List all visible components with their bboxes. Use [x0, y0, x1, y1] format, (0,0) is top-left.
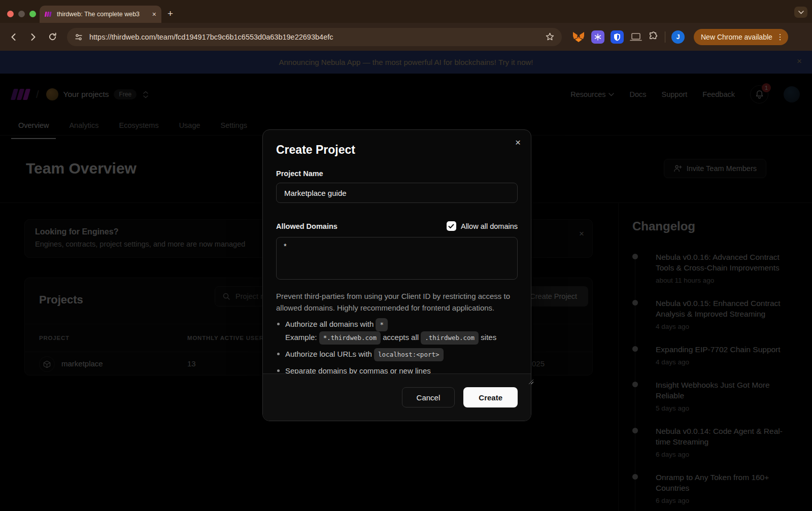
changelog-item-title[interactable]: Nebula v0.0.15: Enhanced Contract Analys… [656, 298, 785, 319]
announcement-text[interactable]: Announcing Nebula App — the most powerfu… [279, 58, 533, 66]
banner-close-icon[interactable]: × [797, 56, 802, 66]
project-name-label: Project Name [276, 169, 518, 178]
modal-title: Create Project [276, 143, 518, 157]
chrome-update-button[interactable]: New Chrome available ⋮ [694, 29, 788, 45]
allowed-domains-row: Allowed Domains Allow all domains [276, 221, 518, 231]
modal-body: Create Project Project Name Allowed Doma… [263, 130, 531, 377]
allow-all-checkbox-checked[interactable] [447, 221, 456, 231]
changelog-item-title[interactable]: Nebula v0.0.14: Code Agent & Real-time S… [656, 426, 785, 447]
zoom-window-button[interactable] [29, 11, 36, 17]
changelog-item-time: 6 days ago [656, 497, 802, 504]
tab-close-icon[interactable]: × [152, 11, 156, 18]
changelog-item-title[interactable]: Onramp to Any Token from 160+ Countries [656, 472, 785, 493]
hint-text: Authorize all domains with [285, 320, 374, 328]
project-name-cell[interactable]: marketplace [61, 359, 103, 368]
nav-resources[interactable]: Resources [570, 90, 614, 98]
breadcrumb-slash: / [36, 89, 39, 100]
browser-tab[interactable]: thirdweb: The complete web3 × [40, 6, 161, 23]
team-switcher-icon[interactable] [143, 91, 149, 98]
changelog-item-title[interactable]: Insight Webhooks Just Got More Reliable [656, 380, 785, 401]
create-button[interactable]: Create [463, 387, 518, 407]
tab-settings[interactable]: Settings [213, 117, 255, 134]
changelog-item-time: 6 days ago [656, 451, 802, 458]
changelog-item-title[interactable]: Expanding EIP-7702 Chain Support [656, 344, 785, 355]
hint-authorize-all: Authorize all domains with * Example: *.… [276, 318, 518, 345]
url-bar[interactable]: https://thirdweb.com/team/fcd194917bc9c6… [67, 28, 562, 46]
create-project-dialog: × Create Project Project Name Allowed Do… [262, 129, 531, 421]
snowflake-extension-icon[interactable] [591, 30, 604, 44]
nav-resources-label: Resources [570, 90, 605, 98]
extensions-puzzle-icon[interactable] [648, 31, 659, 42]
hint-text: accepts all [383, 333, 419, 342]
browser-profile-avatar[interactable]: J [671, 30, 685, 44]
textarea-resize-handle[interactable] [529, 380, 533, 384]
invite-button-label: Invite Team Members [687, 164, 757, 173]
timeline-dot [632, 382, 638, 387]
thirdweb-logo[interactable] [12, 88, 29, 100]
nav-docs[interactable]: Docs [629, 90, 646, 98]
changelog-title: Changelog [632, 219, 802, 233]
notification-badge: 1 [762, 83, 771, 92]
forward-button[interactable] [25, 29, 41, 45]
browser-chrome: thirdweb: The complete web3 × + h [0, 0, 812, 51]
laptop-extension-icon[interactable] [630, 32, 642, 42]
site-info-icon[interactable] [74, 32, 83, 42]
invite-team-members-button[interactable]: Invite Team Members [664, 159, 766, 178]
project-name-input[interactable] [276, 183, 518, 203]
projects-title: Projects [39, 293, 83, 306]
tab-usage[interactable]: Usage [171, 117, 209, 134]
reload-button[interactable] [45, 29, 60, 45]
changelog-item-time: 5 days ago [656, 404, 802, 412]
column-mau: MONTHLY ACTIVE USERS [187, 335, 268, 341]
project-created-cell: 025 [532, 359, 545, 368]
bell-icon [755, 90, 764, 99]
thirdweb-favicon [45, 10, 53, 18]
changelog-item[interactable]: Insight Webhooks Just Got More Reliable … [632, 380, 802, 412]
cancel-button[interactable]: Cancel [402, 387, 455, 407]
engines-close-icon[interactable]: × [579, 229, 584, 239]
domains-hint-list: Authorize all domains with * Example: *.… [276, 318, 518, 377]
traffic-lights [7, 11, 36, 17]
changelog-item[interactable]: Onramp to Any Token from 160+ Countries … [632, 472, 802, 504]
shield-extension-icon[interactable] [611, 30, 624, 44]
announcement-banner[interactable]: Announcing Nebula App — the most powerfu… [0, 51, 812, 74]
bookmark-star-icon[interactable] [545, 32, 555, 42]
tab-analytics[interactable]: Analytics [61, 117, 107, 134]
project-mau-cell: 13 [187, 359, 196, 368]
notifications-button[interactable]: 1 [750, 85, 768, 104]
user-avatar[interactable] [784, 86, 800, 103]
team-avatar[interactable] [46, 88, 58, 100]
tab-search-button[interactable] [794, 7, 807, 18]
modal-close-icon[interactable]: × [515, 137, 521, 148]
team-name[interactable]: Your projects [63, 90, 109, 99]
url-text[interactable]: https://thirdweb.com/team/fcd194917bc9c6… [89, 33, 539, 41]
metamask-icon[interactable] [572, 31, 585, 43]
close-window-button[interactable] [7, 11, 14, 17]
changelog-item[interactable]: Expanding EIP-7702 Chain Support 4 days … [632, 344, 802, 366]
changelog-item-time: 4 days ago [656, 358, 802, 366]
timeline-dot [632, 428, 638, 433]
changelog-item-title[interactable]: Nebula v0.0.16: Advanced Contract Tools … [656, 252, 785, 273]
tab-ecosystems[interactable]: Ecosystems [111, 117, 166, 134]
allow-all-domains-toggle[interactable]: Allow all domains [447, 221, 518, 231]
tab-title: thirdweb: The complete web3 [57, 11, 148, 18]
chevron-down-icon [798, 11, 804, 14]
back-button[interactable] [6, 29, 21, 45]
tab-overview[interactable]: Overview [10, 117, 57, 134]
allowed-domains-textarea[interactable]: * [276, 237, 518, 280]
allowed-domains-label: Allowed Domains [276, 222, 337, 230]
nav-support[interactable]: Support [662, 90, 688, 98]
timeline-dot [632, 474, 638, 480]
changelog-item[interactable]: Nebula v0.0.15: Enhanced Contract Analys… [632, 298, 802, 330]
minimize-window-button[interactable] [18, 11, 25, 17]
new-tab-icon[interactable]: + [167, 8, 173, 19]
nav-feedback[interactable]: Feedback [702, 90, 735, 98]
code-chip: .thirdweb.com [421, 331, 479, 345]
changelog-item[interactable]: Nebula v0.0.14: Code Agent & Real-time S… [632, 426, 802, 458]
web-page: Announcing Nebula App — the most powerfu… [0, 51, 812, 511]
chrome-menu-icon[interactable]: ⋮ [776, 32, 784, 42]
resources-chevron-icon [608, 93, 614, 96]
changelog-item[interactable]: Nebula v0.0.16: Advanced Contract Tools … [632, 252, 802, 284]
chrome-update-label: New Chrome available [701, 33, 772, 41]
extensions-row [572, 30, 659, 44]
